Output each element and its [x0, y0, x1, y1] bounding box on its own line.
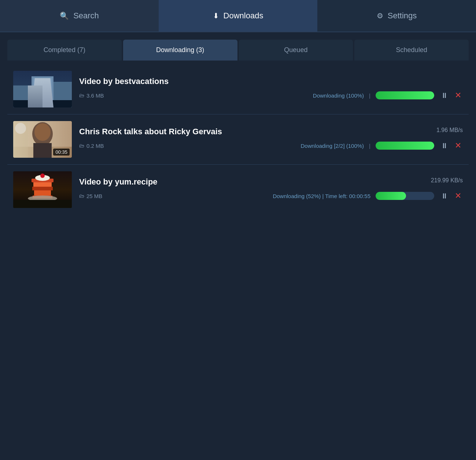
status-text-3: Downloading (52%) | Time left: 00:00:55 [273, 193, 370, 199]
nav-downloads[interactable]: ⬇ Downloads [159, 0, 317, 32]
download-icon: ⬇ [213, 11, 219, 20]
svg-rect-8 [40, 84, 43, 86]
progress-fill-3 [376, 192, 406, 200]
file-size-value-2: 0.2 MB [86, 143, 104, 149]
tab-queued[interactable]: Queued [239, 40, 353, 61]
status-row-3: Downloading (52%) | Time left: 00:00:55 … [108, 190, 463, 202]
duration-badge-2: 00:35 [53, 149, 70, 156]
separator-1: | [369, 92, 370, 99]
item-title-2: Chris Rock talks about Ricky Gervais [79, 127, 222, 136]
thumbnail-2: 00:35 [13, 121, 72, 158]
action-buttons-1: ⏸ ✕ [439, 89, 463, 102]
file-size-value-1: 3.6 MB [86, 92, 104, 99]
svg-rect-3 [33, 78, 52, 107]
download-item-2: 00:35 Chris Rock talks about Ricky Gerva… [7, 114, 469, 165]
progress-bar-1 [376, 91, 434, 99]
nav-settings[interactable]: ⚙ Settings [317, 0, 476, 32]
tabs-bar: Completed (7) Downloading (3) Queued Sch… [0, 32, 476, 61]
item-title-1: Video by bestvacations [79, 77, 169, 86]
svg-rect-30 [33, 182, 52, 187]
item-meta-3: 🗁 25 MB Downloading (52%) | Time left: 0… [79, 190, 463, 202]
svg-point-26 [15, 123, 26, 134]
thumbnail-3 [13, 171, 72, 208]
pause-button-1[interactable]: ⏸ [439, 90, 450, 101]
cancel-button-1[interactable]: ✕ [453, 89, 463, 102]
status-row-1: Downloading (100%) | ⏸ ✕ [110, 89, 463, 102]
item-meta-2: 🗁 0.2 MB Downloading [2/2] (100%) | ⏸ ✕ [79, 139, 463, 152]
file-size-3: 🗁 25 MB [79, 193, 102, 199]
progress-fill-1 [376, 91, 434, 99]
svg-rect-13 [35, 91, 38, 93]
svg-rect-12 [44, 87, 47, 90]
progress-fill-2 [376, 142, 434, 150]
svg-rect-5 [40, 80, 43, 82]
thumbnail-image-1 [13, 71, 72, 107]
svg-rect-4 [35, 80, 38, 82]
svg-rect-24 [33, 143, 52, 158]
pause-button-2[interactable]: ⏸ [439, 140, 450, 151]
svg-rect-2 [32, 76, 53, 107]
folder-icon-2: 🗁 [79, 143, 84, 149]
separator-2: | [369, 143, 370, 149]
nav-search[interactable]: 🔍 Search [0, 0, 159, 32]
svg-rect-7 [35, 84, 38, 86]
download-item-3: Video by yum.recipe 219.99 KB/s 🗁 25 MB … [7, 165, 469, 215]
item-header-1: Video by bestvacations [79, 77, 463, 86]
file-size-2: 🗁 0.2 MB [79, 143, 104, 149]
action-buttons-3: ⏸ ✕ [439, 190, 463, 202]
item-header-3: Video by yum.recipe 219.99 KB/s [79, 177, 463, 187]
svg-rect-15 [44, 91, 47, 93]
nav-downloads-label: Downloads [224, 11, 263, 21]
status-text-1: Downloading (100%) [313, 92, 364, 99]
item-speed-3: 219.99 KB/s [431, 177, 463, 184]
status-row-2: Downloading [2/2] (100%) | ⏸ ✕ [110, 139, 463, 152]
cancel-button-3[interactable]: ✕ [453, 190, 463, 202]
file-size-value-3: 25 MB [86, 193, 102, 199]
thumbnail-image-3 [13, 171, 72, 208]
progress-bar-3 [376, 192, 434, 200]
tab-scheduled[interactable]: Scheduled [354, 40, 469, 61]
item-speed-2: 1.96 MB/s [436, 127, 463, 134]
status-text-2: Downloading [2/2] (100%) [300, 143, 364, 149]
nav-settings-label: Settings [388, 11, 417, 21]
item-info-1: Video by bestvacations 🗁 3.6 MB Download… [79, 77, 463, 102]
downloads-content: Video by bestvacations 🗁 3.6 MB Download… [0, 61, 476, 222]
thumbnail-1 [13, 71, 72, 107]
folder-icon-3: 🗁 [79, 193, 84, 199]
tab-downloading[interactable]: Downloading (3) [123, 40, 237, 61]
svg-point-23 [34, 123, 51, 141]
settings-icon: ⚙ [377, 11, 383, 20]
svg-rect-31 [32, 187, 53, 190]
svg-rect-37 [13, 200, 72, 208]
svg-rect-6 [44, 80, 47, 82]
folder-icon-1: 🗁 [79, 92, 84, 98]
svg-rect-9 [44, 84, 47, 86]
file-size-1: 🗁 3.6 MB [79, 92, 104, 99]
item-meta-1: 🗁 3.6 MB Downloading (100%) | ⏸ ✕ [79, 89, 463, 102]
progress-bar-2 [376, 142, 434, 150]
svg-rect-11 [40, 87, 43, 90]
item-header-2: Chris Rock talks about Ricky Gervais 1.9… [79, 127, 463, 136]
item-info-3: Video by yum.recipe 219.99 KB/s 🗁 25 MB … [79, 177, 463, 202]
download-item: Video by bestvacations 🗁 3.6 MB Download… [7, 64, 469, 114]
search-icon: 🔍 [60, 11, 69, 20]
svg-rect-14 [40, 91, 43, 93]
pause-button-3[interactable]: ⏸ [439, 190, 450, 202]
nav-search-label: Search [73, 11, 99, 21]
svg-rect-10 [35, 87, 38, 90]
cancel-button-2[interactable]: ✕ [453, 139, 463, 152]
action-buttons-2: ⏸ ✕ [439, 139, 463, 152]
tab-completed[interactable]: Completed (7) [7, 40, 122, 61]
svg-rect-32 [34, 190, 51, 196]
svg-point-35 [40, 174, 45, 178]
svg-rect-18 [13, 100, 72, 107]
item-info-2: Chris Rock talks about Ricky Gervais 1.9… [79, 127, 463, 152]
top-navigation: 🔍 Search ⬇ Downloads ⚙ Settings [0, 0, 476, 32]
item-title-3: Video by yum.recipe [79, 177, 158, 187]
